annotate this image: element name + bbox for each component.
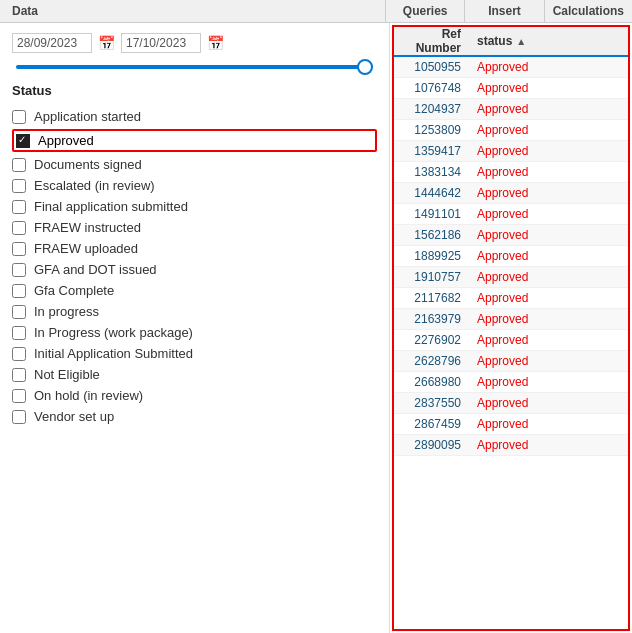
calendar-start-icon[interactable]: 📅 xyxy=(98,35,115,51)
status-item-label: On hold (in review) xyxy=(34,388,143,403)
table-row[interactable]: 1253809Approved xyxy=(394,120,628,141)
content-area: 📅 📅 Status Application startedApprovedDo… xyxy=(0,23,632,633)
cell-ref-number: 2276902 xyxy=(394,330,469,350)
status-checkbox-final-application-submitted[interactable] xyxy=(12,200,26,214)
cell-ref-number: 1050955 xyxy=(394,57,469,77)
status-checkbox-application-started[interactable] xyxy=(12,110,26,124)
status-item: Escalated (in review) xyxy=(12,175,377,196)
cell-ref-number: 2890095 xyxy=(394,435,469,455)
cell-status: Approved xyxy=(469,372,628,392)
status-item: On hold (in review) xyxy=(12,385,377,406)
table-row[interactable]: 2628796Approved xyxy=(394,351,628,372)
status-checkbox-not-eligible[interactable] xyxy=(12,368,26,382)
status-checkbox-documents-signed[interactable] xyxy=(12,158,26,172)
date-filter: 📅 📅 xyxy=(12,33,377,53)
status-item: Vendor set up xyxy=(12,406,377,427)
table-row[interactable]: 2276902Approved xyxy=(394,330,628,351)
status-item-label: FRAEW uploaded xyxy=(34,241,138,256)
status-col-label: status xyxy=(477,34,512,48)
strip-queries-label: Queries xyxy=(386,0,465,22)
table-row[interactable]: 1050955Approved xyxy=(394,57,628,78)
cell-status: Approved xyxy=(469,351,628,371)
slider-track[interactable] xyxy=(16,65,373,69)
table-row[interactable]: 1444642Approved xyxy=(394,183,628,204)
cell-status: Approved xyxy=(469,162,628,182)
slider-thumb[interactable] xyxy=(357,59,373,75)
status-item-label: GFA and DOT issued xyxy=(34,262,157,277)
cell-status: Approved xyxy=(469,204,628,224)
status-item-label: Not Eligible xyxy=(34,367,100,382)
table-row[interactable]: 1910757Approved xyxy=(394,267,628,288)
status-item-label: Final application submitted xyxy=(34,199,188,214)
cell-ref-number: 1562186 xyxy=(394,225,469,245)
sort-arrow-icon[interactable]: ▲ xyxy=(516,36,526,47)
status-item: Gfa Complete xyxy=(12,280,377,301)
status-item-label: Initial Application Submitted xyxy=(34,346,193,361)
cell-status: Approved xyxy=(469,330,628,350)
table-row[interactable]: 2837550Approved xyxy=(394,393,628,414)
cell-ref-number: 1910757 xyxy=(394,267,469,287)
status-checkbox-in-progress[interactable] xyxy=(12,305,26,319)
table-row[interactable]: 1562186Approved xyxy=(394,225,628,246)
cell-ref-number: 1444642 xyxy=(394,183,469,203)
status-checkbox-initial-application-submitted[interactable] xyxy=(12,347,26,361)
status-item-label: Vendor set up xyxy=(34,409,114,424)
status-checkbox-gfa-and-dot-issued[interactable] xyxy=(12,263,26,277)
table-row[interactable]: 1359417Approved xyxy=(394,141,628,162)
table-row[interactable]: 2117682Approved xyxy=(394,288,628,309)
status-checkbox-gfa-complete[interactable] xyxy=(12,284,26,298)
cell-status: Approved xyxy=(469,141,628,161)
status-checkbox-in-progress-(work-package)[interactable] xyxy=(12,326,26,340)
cell-status: Approved xyxy=(469,57,628,77)
calendar-end-icon[interactable]: 📅 xyxy=(207,35,224,51)
status-item: FRAEW uploaded xyxy=(12,238,377,259)
table-row[interactable]: 2163979Approved xyxy=(394,309,628,330)
strip-data-label: Data xyxy=(0,0,386,22)
table-row[interactable]: 2668980Approved xyxy=(394,372,628,393)
status-item: Final application submitted xyxy=(12,196,377,217)
cell-ref-number: 1076748 xyxy=(394,78,469,98)
date-end-input[interactable] xyxy=(121,33,201,53)
cell-ref-number: 2837550 xyxy=(394,393,469,413)
status-checkbox-escalated-(in-review)[interactable] xyxy=(12,179,26,193)
status-item: In Progress (work package) xyxy=(12,322,377,343)
status-item: Not Eligible xyxy=(12,364,377,385)
table-row[interactable]: 1076748Approved xyxy=(394,78,628,99)
table-row[interactable]: 2890095Approved xyxy=(394,435,628,456)
status-item-label: In progress xyxy=(34,304,99,319)
cell-ref-number: 1204937 xyxy=(394,99,469,119)
status-checkbox-fraew-uploaded[interactable] xyxy=(12,242,26,256)
date-start-input[interactable] xyxy=(12,33,92,53)
col-status-header[interactable]: status ▲ xyxy=(469,27,628,55)
status-checkbox-vendor-set-up[interactable] xyxy=(12,410,26,424)
status-item: Documents signed xyxy=(12,154,377,175)
cell-ref-number: 1491101 xyxy=(394,204,469,224)
cell-status: Approved xyxy=(469,78,628,98)
table-row[interactable]: 1383134Approved xyxy=(394,162,628,183)
cell-ref-number: 2867459 xyxy=(394,414,469,434)
status-item: GFA and DOT issued xyxy=(12,259,377,280)
table-row[interactable]: 1491101Approved xyxy=(394,204,628,225)
cell-ref-number: 1383134 xyxy=(394,162,469,182)
status-item-label-approved: Approved xyxy=(38,133,94,148)
cell-status: Approved xyxy=(469,267,628,287)
cell-status: Approved xyxy=(469,120,628,140)
col-refnum-header: Ref Number xyxy=(394,27,469,55)
top-strip: Data Queries Insert Calculations xyxy=(0,0,632,23)
cell-ref-number: 2117682 xyxy=(394,288,469,308)
table-row[interactable]: 1889925Approved xyxy=(394,246,628,267)
status-item-approved-box[interactable]: Approved xyxy=(12,129,377,152)
right-panel: Ref Number status ▲ 1050955Approved10767… xyxy=(392,25,630,631)
status-item-label: Escalated (in review) xyxy=(34,178,155,193)
table-row[interactable]: 1204937Approved xyxy=(394,99,628,120)
approved-checkbox[interactable] xyxy=(16,134,30,148)
left-panel: 📅 📅 Status Application startedApprovedDo… xyxy=(0,23,390,633)
status-item-label: Application started xyxy=(34,109,141,124)
cell-status: Approved xyxy=(469,435,628,455)
status-items-container: Application startedApprovedDocuments sig… xyxy=(12,106,377,427)
strip-insert-label: Insert xyxy=(465,0,544,22)
status-checkbox-fraew-instructed[interactable] xyxy=(12,221,26,235)
status-checkbox-on-hold-(in-review)[interactable] xyxy=(12,389,26,403)
status-item: Initial Application Submitted xyxy=(12,343,377,364)
table-row[interactable]: 2867459Approved xyxy=(394,414,628,435)
